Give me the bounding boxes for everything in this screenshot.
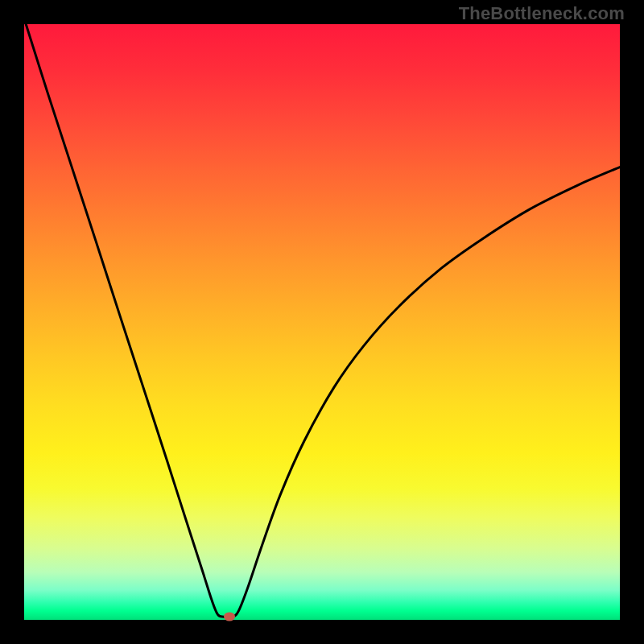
bottleneck-curve bbox=[24, 24, 620, 620]
chart-frame: TheBottleneck.com bbox=[0, 0, 644, 644]
plot-area bbox=[24, 24, 620, 620]
min-point-marker bbox=[224, 613, 235, 621]
watermark-text: TheBottleneck.com bbox=[459, 3, 625, 24]
